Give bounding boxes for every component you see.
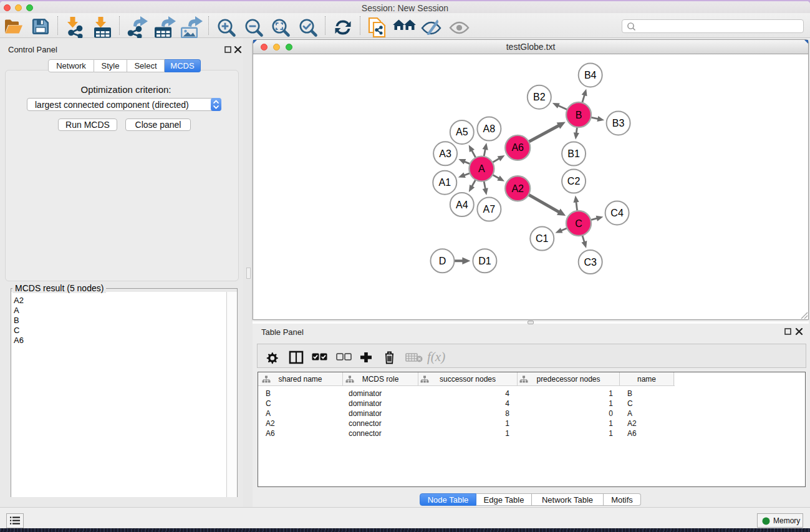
svg-text:B4: B4 — [584, 70, 597, 80]
svg-text:A3: A3 — [439, 148, 451, 159]
svg-text:C: C — [575, 218, 582, 229]
svg-text:A8: A8 — [483, 123, 496, 134]
svg-text:C4: C4 — [610, 208, 624, 218]
svg-text:A2: A2 — [511, 183, 524, 194]
svg-text:B3: B3 — [612, 118, 625, 128]
svg-text:D1: D1 — [478, 256, 491, 266]
svg-text:B1: B1 — [567, 148, 580, 159]
svg-text:A1: A1 — [439, 177, 451, 188]
svg-text:A7: A7 — [483, 204, 496, 215]
svg-text:B: B — [576, 110, 582, 120]
svg-text:C3: C3 — [584, 257, 597, 268]
svg-text:A5: A5 — [456, 127, 468, 137]
svg-text:A6: A6 — [511, 142, 524, 153]
svg-text:B2: B2 — [533, 92, 546, 102]
svg-text:A: A — [478, 163, 485, 174]
svg-text:C2: C2 — [567, 176, 581, 186]
svg-text:D: D — [439, 256, 446, 266]
svg-text:C1: C1 — [536, 233, 549, 244]
svg-text:A4: A4 — [456, 200, 468, 210]
